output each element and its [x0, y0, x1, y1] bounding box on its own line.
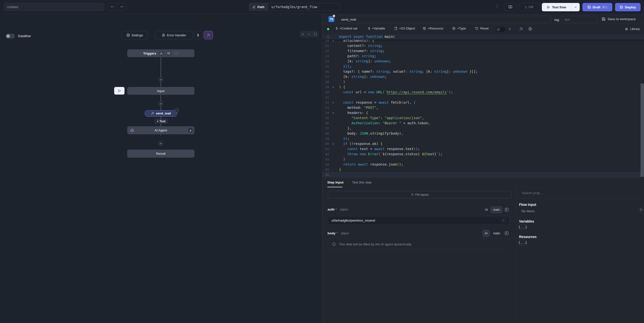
fold-arrow-icon[interactable]: ∨ [331, 85, 335, 90]
auth-ai-toggle[interactable]: AI [483, 207, 490, 213]
code-line[interactable]: 23 path?: string; [322, 54, 640, 59]
code-line[interactable]: 21 content?: string; [322, 43, 640, 48]
code-line[interactable]: 29∨) { [322, 85, 640, 90]
add-variable-button[interactable]: $ +Variable [368, 27, 385, 30]
zoom-in-button[interactable]: + [302, 32, 304, 36]
save-to-workspace-button[interactable]: Save to workspace [602, 17, 636, 21]
add-type-button[interactable]: +Type [452, 27, 466, 30]
code-line[interactable]: 22 filename?: string; [322, 48, 640, 54]
code-line[interactable]: 40∨ if (!response.ok) { [322, 141, 640, 146]
code-line[interactable]: 35 "Content-Type": "application/json", [322, 115, 640, 121]
body-ai-toggle[interactable]: AI [483, 230, 490, 236]
props-divider[interactable] [516, 179, 516, 323]
code-line[interactable]: 36 Authorization: "Bearer " + auth.token… [322, 121, 640, 126]
code-line[interactable]: 45} [322, 167, 640, 172]
cache-button[interactable]: $ [194, 31, 202, 39]
diff-editor-button[interactable]: ± [509, 27, 511, 31]
remove-tool-button[interactable] [175, 108, 179, 113]
add-context-var-button[interactable]: $ +Context var [336, 27, 358, 30]
fold-arrow-icon[interactable]: ∨ [331, 141, 335, 146]
code-text: const text = await response.text(); [339, 146, 420, 152]
variables-object-chip[interactable]: {...} [518, 224, 527, 230]
tab-test-this-step[interactable]: Test this step [352, 181, 372, 184]
code-line[interactable]: 30 const url = new URL(`https://api.rese… [322, 90, 640, 95]
sticky-code-line[interactable]: 8export async function main( [322, 34, 644, 40]
code-line[interactable]: 46 [322, 172, 640, 177]
flow-node-triggers[interactable]: Triggers + [127, 49, 194, 57]
code-line[interactable]: 43 } [322, 157, 640, 162]
dataflow-toggle[interactable] [6, 34, 15, 39]
flow-node-input[interactable]: Input [127, 87, 194, 95]
body-expr-button[interactable] [504, 231, 509, 235]
deploy-button[interactable]: Deploy [615, 3, 640, 11]
code-line[interactable]: 26 tags?: { name?: string; value?: strin… [322, 69, 640, 74]
line-number: 36 [322, 121, 329, 126]
code-line[interactable]: 27 [k: string]: unknown; [322, 74, 640, 79]
code-line[interactable]: 24 [k: string]: unknown; [322, 59, 640, 64]
run-from-input-button[interactable] [114, 87, 124, 95]
code-line[interactable]: 38 body: JSON.stringify(body), [322, 131, 640, 136]
auth-value-input[interactable]: u/farhadglbs/peerless_resend [328, 216, 510, 224]
email-trigger-button[interactable] [166, 51, 171, 56]
diff-mode-toggle[interactable] [496, 27, 506, 32]
editor-settings-button[interactable] [528, 27, 532, 31]
fill-inputs-button[interactable]: Fill inputs [328, 191, 512, 198]
code-editor[interactable]: 20∨ attachments?: {21 content?: string;2… [322, 34, 644, 179]
add-tool-button[interactable]: + Tool [155, 119, 168, 124]
test-flow-dropdown[interactable] [571, 3, 580, 11]
fold-arrow-icon[interactable]: ∨ [331, 100, 335, 105]
tab-step-input[interactable]: Step Input [327, 181, 344, 184]
auth-static-toggle[interactable]: static [491, 207, 502, 213]
ai-wand-button[interactable] [519, 27, 523, 31]
diff-button[interactable]: ± Diff [519, 3, 540, 11]
editor-scrollbar[interactable] [640, 84, 644, 177]
reset-button[interactable]: Reset [475, 27, 488, 30]
ai-assistant-button[interactable] [204, 31, 213, 39]
insert-step-button-3[interactable]: + [158, 141, 163, 146]
path-chip[interactable]: Path u/farhadglbs/grand_flow [249, 3, 340, 11]
resources-object-chip[interactable]: {...} [518, 240, 527, 245]
insert-step-button-2[interactable]: + [158, 101, 163, 106]
code-line[interactable]: 42 throw new Error(`${response.status} $… [322, 152, 640, 157]
fold-arrow-icon[interactable]: ∨ [331, 110, 335, 115]
pencil-icon [252, 6, 256, 9]
auth-expr-button[interactable] [504, 208, 509, 212]
add-s3-object-button[interactable]: +S3 Object [394, 27, 415, 30]
code-line[interactable]: 37 }, [322, 126, 640, 131]
insert-step-button-1[interactable]: + [158, 77, 163, 82]
body-static-toggle[interactable]: static [491, 230, 502, 236]
settings-button[interactable]: Settings [122, 31, 148, 39]
code-line[interactable]: 31 [322, 95, 640, 100]
undo-button[interactable] [108, 3, 117, 11]
prop-picker-search-button[interactable] [638, 207, 644, 212]
add-trigger-button[interactable]: + [174, 51, 178, 56]
code-line[interactable]: 32∨ const response = await fetch(url, { [322, 100, 640, 105]
flow-node-result[interactable]: Result [127, 150, 194, 158]
diff-label: Diff [528, 5, 533, 9]
redo-button[interactable] [117, 3, 126, 11]
draft-button[interactable]: Draft ⌘S [582, 3, 612, 11]
tag-input[interactable] [562, 16, 598, 23]
code-line[interactable]: 33 method: "POST", [322, 105, 640, 110]
library-button[interactable]: Library [625, 27, 640, 31]
code-line[interactable]: 28 } [322, 79, 640, 85]
auth-clear-button[interactable] [501, 218, 506, 223]
code-line[interactable]: 34∨ headers: { [322, 110, 640, 115]
code-line[interactable]: 44 return await response.json(); [322, 162, 640, 167]
add-resource-button[interactable]: +Resource [423, 27, 443, 30]
zoom-out-button[interactable]: − [308, 32, 310, 36]
test-flow-button[interactable]: Test flow [542, 3, 571, 11]
webhook-trigger-button[interactable] [159, 51, 164, 56]
flow-node-ai-agent[interactable]: AI Agent a [127, 126, 194, 134]
more-menu-button[interactable]: ⋮ [495, 4, 500, 9]
code-line[interactable]: 39 }); [322, 136, 640, 141]
step-name-input[interactable] [337, 16, 551, 23]
error-handler-button[interactable]: Error Handler [155, 31, 193, 39]
prop-search-input[interactable] [518, 191, 641, 195]
flow-node-send-mail[interactable]: send_mail [144, 110, 177, 117]
docs-button[interactable] [504, 3, 516, 11]
flow-summary-input[interactable] [4, 3, 104, 11]
code-line[interactable]: 41 const text = await response.text(); [322, 146, 640, 152]
code-line[interactable]: 25 }[]; [322, 64, 640, 69]
fit-view-button[interactable] [314, 33, 317, 36]
